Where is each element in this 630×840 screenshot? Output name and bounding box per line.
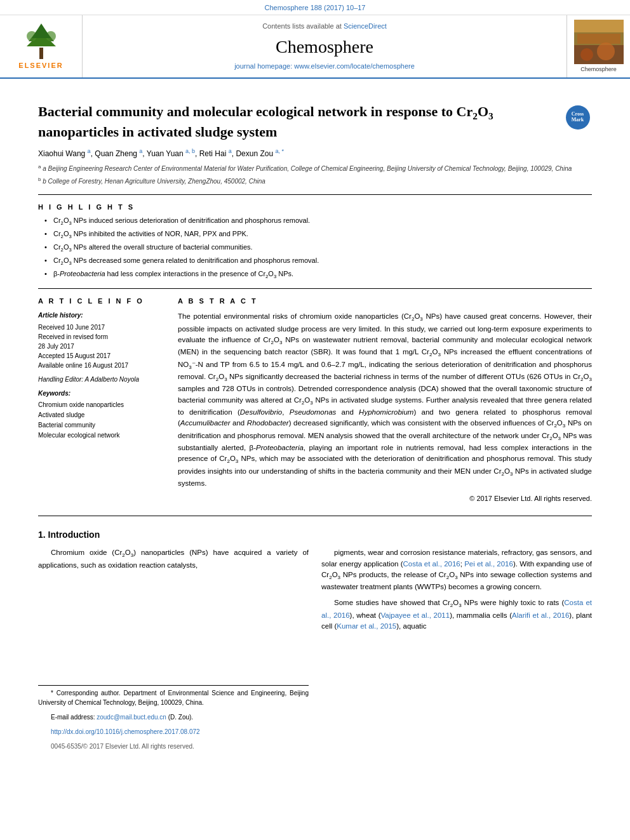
science-direct-link: Contents lists available at ScienceDirec… <box>262 22 387 31</box>
journal-homepage-line: journal homepage: www.elsevier.com/locat… <box>234 62 415 71</box>
elsevier-text: ELSEVIER <box>18 61 63 70</box>
ref-costa-2016[interactable]: Costa et al., 2016 <box>403 560 460 568</box>
volume-text: Chemosphere 188 (2017) 10–17 <box>264 4 365 11</box>
elsevier-tree-icon <box>19 22 64 59</box>
article-info-label: A R T I C L E I N F O <box>38 297 165 306</box>
keyword-2: Activated sludge <box>38 410 165 420</box>
affiliation-b: b b College of Forestry, Henan Agricultu… <box>38 176 592 186</box>
thumb-label: Chemosphere <box>580 65 617 74</box>
footnote-divider <box>38 685 309 686</box>
footnote-corresponding: * Corresponding author. Department of En… <box>38 688 309 707</box>
journal-thumb-area: Chemosphere <box>566 15 630 77</box>
divider-1 <box>38 194 592 195</box>
received-revised-label: Received in revised form <box>38 332 165 342</box>
authors-line: Xiaohui Wang a, Quan Zheng a, Yuan Yuan … <box>38 147 592 159</box>
ref-pei-2016[interactable]: Pei et al., 2016 <box>464 560 513 568</box>
article-title: Bacterial community and molecular ecolog… <box>38 103 592 141</box>
highlight-item-2: Cr2O3 NPs inhibited the activities of NO… <box>44 229 592 241</box>
intro-col2-para1: pigments, wear and corrosion resistance … <box>321 547 592 592</box>
available-date: Available online 16 August 2017 <box>38 361 165 370</box>
journal-header: ELSEVIER Contents lists available at Sci… <box>0 15 630 79</box>
journal-center-header: Contents lists available at ScienceDirec… <box>83 15 566 77</box>
article-history-title: Article history: <box>38 311 165 320</box>
highlight-item-4: Cr2O3 NPs decreased some genera related … <box>44 256 592 267</box>
intro-heading: 1. Introduction <box>38 529 592 542</box>
ref-vajpayee[interactable]: Vajpayee et al., 2011 <box>381 611 450 619</box>
doi-line: http://dx.doi.org/10.1016/j.chemosphere.… <box>38 727 309 737</box>
affiliation-a: a a Beijing Engineering Research Center … <box>38 163 592 173</box>
elsevier-logo-area: ELSEVIER <box>0 15 83 77</box>
science-direct-url[interactable]: ScienceDirect <box>344 22 387 30</box>
keyword-4: Molecular ecological network <box>38 430 165 441</box>
keywords-list: Chromium oxide nanoparticles Activated s… <box>38 400 165 441</box>
abstract-section: A B S T R A C T The potential environmen… <box>178 297 592 504</box>
journal-volume-bar: Chemosphere 188 (2017) 10–17 <box>0 0 630 15</box>
highlights-label: H I G H L I G H T S <box>38 203 592 212</box>
accepted-date: Accepted 15 August 2017 <box>38 351 165 361</box>
ref-kumar[interactable]: Kumar et al., 2015 <box>337 622 396 630</box>
copyright-text: © 2017 Elsevier Ltd. All rights reserved… <box>178 494 592 503</box>
elsevier-logo: ELSEVIER <box>18 22 63 70</box>
email-link[interactable]: zoudc@mail.buct.edu.cn <box>97 714 166 721</box>
svg-marker-5 <box>32 23 51 38</box>
footnote-area: * Corresponding author. Department of En… <box>38 685 309 751</box>
article-info-abstract: A R T I C L E I N F O Article history: R… <box>38 297 592 504</box>
homepage-link[interactable]: www.elsevier.com/locate/chemosphere <box>294 62 415 70</box>
introduction-section: 1. Introduction Chromium oxide (Cr2O3) n… <box>38 529 592 756</box>
divider-2 <box>38 288 592 289</box>
intro-col1-para1: Chromium oxide (Cr2O3) nanoparticles (NP… <box>38 547 309 571</box>
keyword-1: Chromium oxide nanoparticles <box>38 400 165 410</box>
keywords-title: Keywords: <box>38 389 165 398</box>
article-history: Received 10 June 2017 Received in revise… <box>38 323 165 370</box>
highlight-item-1: Cr2O3 NPs induced serious deterioration … <box>44 216 592 227</box>
abstract-label: A B S T R A C T <box>178 297 592 306</box>
article-info: A R T I C L E I N F O Article history: R… <box>38 297 165 504</box>
doi-link[interactable]: http://dx.doi.org/10.1016/j.chemosphere.… <box>51 728 200 735</box>
received-date: Received 10 June 2017 <box>38 323 165 332</box>
svg-rect-12 <box>574 20 624 64</box>
handling-editor: Handling Editor: A Adalberto Noyola <box>38 375 165 384</box>
revised-date: 28 July 2017 <box>38 342 165 351</box>
keyword-3: Bacterial community <box>38 420 165 430</box>
homepage-text-label: journal homepage: <box>234 62 294 70</box>
title-section: Bacterial community and molecular ecolog… <box>38 103 592 141</box>
intro-body: Chromium oxide (Cr2O3) nanoparticles (NP… <box>38 547 592 756</box>
highlights-section: H I G H L I G H T S Cr2O3 NPs induced se… <box>38 203 592 281</box>
intro-col1: Chromium oxide (Cr2O3) nanoparticles (NP… <box>38 547 309 756</box>
abstract-text: The potential environmental risks of chr… <box>178 311 592 489</box>
divider-3 <box>38 516 592 516</box>
highlights-list: Cr2O3 NPs induced serious deterioration … <box>44 216 592 281</box>
journal-cover-thumb <box>574 20 624 64</box>
highlight-item-5: β-Proteobacteria had less complex intera… <box>44 269 592 281</box>
science-direct-text: Contents lists available at <box>262 22 344 30</box>
intro-col2-para2: Some studies have showed that Cr2O3 NPs … <box>321 597 592 632</box>
highlight-item-3: Cr2O3 NPs altered the overall structure … <box>44 243 592 254</box>
ref-alarifi[interactable]: Alarifi et al., 2016 <box>512 611 569 619</box>
intro-col2: pigments, wear and corrosion resistance … <box>321 547 592 756</box>
footnote-email: E-mail address: zoudc@mail.buct.edu.cn (… <box>38 712 309 722</box>
issn-line: 0045-6535/© 2017 Elsevier Ltd. All right… <box>38 742 309 751</box>
crossmark-badge[interactable]: Cross Mark <box>563 103 592 131</box>
svg-rect-0 <box>39 48 43 59</box>
page-body: Bacterial community and molecular ecolog… <box>0 79 630 763</box>
journal-name: Chemosphere <box>276 34 373 59</box>
